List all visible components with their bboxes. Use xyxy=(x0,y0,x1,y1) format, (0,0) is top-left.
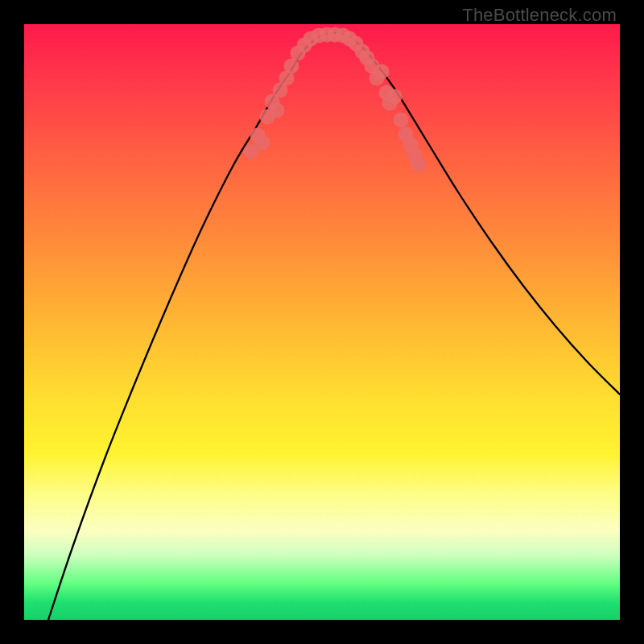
annotation-dot xyxy=(270,103,285,118)
annotation-dot xyxy=(387,89,402,105)
chart-frame: TheBottleneck.com xyxy=(0,0,644,644)
annotation-dot xyxy=(374,64,390,80)
curve-layer xyxy=(24,24,620,620)
bottleneck-curve-path xyxy=(48,33,620,620)
annotation-dots xyxy=(244,27,427,173)
annotation-dot xyxy=(394,113,409,128)
annotation-dot xyxy=(255,135,270,151)
annotation-dot xyxy=(360,51,375,66)
annotation-dot xyxy=(411,158,427,173)
watermark-text: TheBottleneck.com xyxy=(462,5,617,26)
plot-area xyxy=(24,24,620,620)
